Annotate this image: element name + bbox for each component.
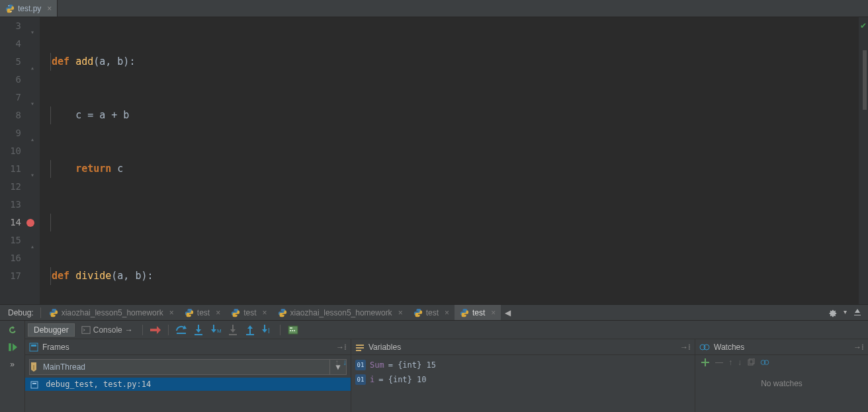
python-run-icon xyxy=(49,308,58,317)
close-icon[interactable]: × xyxy=(263,308,267,317)
frame-up-icon[interactable]: ↑ xyxy=(335,358,339,367)
step-into-my-code-icon[interactable]: M xyxy=(208,323,223,337)
close-icon[interactable]: × xyxy=(216,308,220,317)
svg-rect-21 xyxy=(30,343,38,351)
evaluate-expression-icon[interactable] xyxy=(286,323,300,337)
fold-end-icon[interactable]: ▴ xyxy=(28,237,34,244)
svg-rect-29 xyxy=(356,350,361,351)
breakpoint-icon[interactable] xyxy=(26,219,34,227)
editor-gutter[interactable]: 3▾ 4 5▴ 6 7▾ 8 9▴ 10 11▾ 12 13 14 15▴ 16… xyxy=(0,17,40,304)
thread-selector[interactable]: MainThread ▼ xyxy=(29,359,347,375)
watch-down-icon[interactable]: ↓ xyxy=(738,358,742,367)
debug-run-tab[interactable]: xiaozhai_lesson5_homework × xyxy=(273,305,408,320)
line-number: 3 xyxy=(7,17,21,35)
debug-run-tab-label: test xyxy=(472,308,485,317)
debug-side-toolbar: » xyxy=(0,321,25,412)
code-token: divide xyxy=(75,270,111,282)
watch-up-icon[interactable]: ↑ xyxy=(728,358,732,367)
console-tab[interactable]: Console → xyxy=(77,325,137,335)
resume-button[interactable] xyxy=(6,341,19,354)
variable-name: i xyxy=(370,375,374,384)
svg-text:I: I xyxy=(268,327,270,335)
close-icon[interactable]: × xyxy=(169,308,174,317)
settings-dropdown-icon[interactable]: ▾ xyxy=(844,308,847,317)
no-watches-label: No watches xyxy=(761,379,803,388)
svg-point-31 xyxy=(704,345,709,350)
variable-type-badge: 01 xyxy=(355,374,366,385)
frames-title: Frames xyxy=(42,343,69,352)
code-token: : xyxy=(148,270,153,282)
close-icon[interactable]: × xyxy=(47,4,52,13)
stack-frame-row[interactable]: debug_test, test.py:14 xyxy=(25,378,351,391)
show-execution-point-icon[interactable] xyxy=(148,323,163,337)
debugger-tab[interactable]: Debugger xyxy=(28,323,75,337)
fold-icon[interactable]: ▾ xyxy=(28,166,34,173)
more-debug-icon[interactable]: » xyxy=(6,358,19,371)
scroll-tabs-left-icon[interactable]: ◀ xyxy=(505,308,511,317)
line-number: 4 xyxy=(7,35,21,53)
code-area[interactable]: def add(a, b): c = a + b return c def di… xyxy=(40,17,859,304)
step-into-icon[interactable] xyxy=(191,323,206,337)
hide-panel-icon[interactable] xyxy=(853,308,861,317)
debug-run-tab[interactable]: test × xyxy=(226,305,272,320)
code-token: c = a + b xyxy=(75,109,129,121)
svg-rect-4 xyxy=(150,329,157,331)
dock-icon[interactable]: →⁞ xyxy=(853,343,864,352)
line-number: 5 xyxy=(7,53,21,71)
variable-row[interactable]: 01 Sum = {int} 15 xyxy=(355,358,691,372)
dock-icon[interactable]: →⁞ xyxy=(680,343,691,352)
fold-icon[interactable]: ▾ xyxy=(28,23,34,30)
separator xyxy=(142,325,143,335)
svg-rect-3 xyxy=(82,326,90,333)
editor-right-gutter[interactable]: ✔ xyxy=(859,17,868,304)
fold-icon[interactable]: ▾ xyxy=(28,95,34,101)
scrollbar-thumb[interactable] xyxy=(863,50,867,110)
debug-run-tab[interactable]: test × xyxy=(179,305,226,320)
close-icon[interactable]: × xyxy=(398,308,403,317)
frame-down-icon[interactable]: ↓ xyxy=(343,358,347,367)
debug-run-tab[interactable]: xiaozhai_lesson5_homework × xyxy=(44,305,179,320)
add-watch-icon[interactable] xyxy=(701,358,710,367)
thread-name: MainThread xyxy=(43,362,85,372)
console-arrow-icon: → xyxy=(125,325,133,335)
settings-gear-icon[interactable] xyxy=(828,308,837,317)
watches-title: Watches xyxy=(714,343,744,352)
frames-icon xyxy=(29,343,38,352)
close-icon[interactable]: × xyxy=(491,308,496,317)
code-token: (a, b) xyxy=(111,270,147,282)
rerun-button[interactable] xyxy=(6,323,19,337)
variable-row[interactable]: 01 i = {int} 10 xyxy=(355,372,691,387)
debug-run-tab[interactable]: test × xyxy=(408,305,455,320)
step-over-icon[interactable] xyxy=(174,323,189,337)
svg-rect-19 xyxy=(292,330,293,331)
python-run-icon xyxy=(460,308,469,317)
console-tab-label: Console xyxy=(93,325,122,335)
copy-watch-icon[interactable] xyxy=(747,358,755,366)
step-out-icon[interactable] xyxy=(243,323,257,337)
code-token: add xyxy=(75,56,93,67)
remove-watch-icon[interactable]: — xyxy=(715,358,723,367)
editor-file-tab[interactable]: test.py × xyxy=(0,0,58,17)
debug-run-tab-active[interactable]: test × xyxy=(455,305,501,320)
variable-value: = {int} 10 xyxy=(378,375,426,384)
line-number: 15 xyxy=(7,231,21,249)
line-number: 10 xyxy=(7,142,21,160)
svg-rect-27 xyxy=(356,345,364,346)
variables-title: Variables xyxy=(369,343,401,352)
run-to-cursor-icon[interactable]: I xyxy=(260,323,275,337)
svg-text:M: M xyxy=(217,328,221,334)
fold-end-icon[interactable]: ▴ xyxy=(28,59,34,65)
frames-panel: Frames →⁞ ↑ ↓ xyxy=(25,339,351,412)
svg-rect-18 xyxy=(290,330,291,331)
inspection-ok-icon[interactable]: ✔ xyxy=(860,21,867,30)
svg-rect-32 xyxy=(748,360,753,365)
watches-icon xyxy=(699,343,710,351)
debug-run-tab-label: xiaozhai_lesson5_homework xyxy=(62,308,163,317)
close-icon[interactable]: × xyxy=(445,308,449,317)
dock-icon[interactable]: →⁞ xyxy=(336,343,347,352)
svg-rect-17 xyxy=(290,327,292,329)
fold-end-icon[interactable]: ▴ xyxy=(28,130,34,137)
line-number: 16 xyxy=(7,249,21,267)
show-watches-in-vars-icon[interactable] xyxy=(760,359,769,366)
force-step-into-icon[interactable] xyxy=(226,323,240,337)
